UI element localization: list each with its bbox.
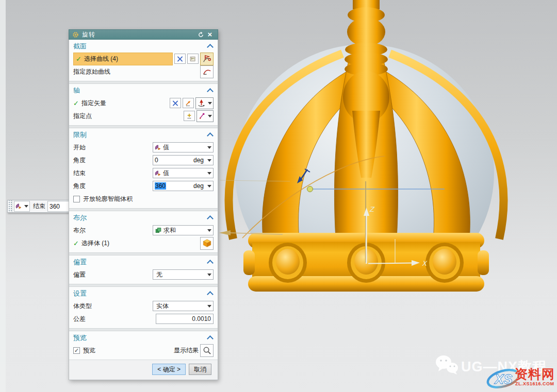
chevron-down-icon (24, 205, 28, 208)
select-body-button[interactable] (200, 237, 214, 250)
curve-rule-icon (189, 56, 196, 62)
section-dialog-button[interactable] (200, 53, 214, 65)
specify-vector-icon (197, 99, 206, 108)
unite-icon (155, 227, 162, 234)
axis-group: 轴 指定矢量 (69, 84, 218, 125)
axis-group-title: 轴 (73, 86, 80, 95)
dialog-title-bar[interactable]: 旋转 × (69, 29, 218, 40)
vector-reverse-button[interactable] (170, 98, 181, 108)
xs-logo-text: XS (494, 371, 513, 387)
vector-dialog-button[interactable] (183, 98, 194, 108)
offset-row: 偏置 无 (73, 268, 214, 281)
chevron-down-icon (207, 274, 211, 276)
specify-orig-curve-label: 指定原始曲线 (73, 67, 110, 76)
reset-icon (198, 31, 204, 38)
collapse-chevron-icon[interactable] (207, 260, 214, 266)
angle-drag-handle-ball[interactable] (307, 186, 313, 192)
tolerance-label: 公差 (73, 315, 86, 323)
chevron-down-icon (207, 172, 211, 175)
show-result-button[interactable] (200, 344, 214, 357)
end-mode-combo[interactable]: 值 (153, 168, 214, 178)
settings-group-title: 设置 (73, 289, 87, 298)
collapse-chevron-icon[interactable] (207, 215, 214, 222)
preview-group-title: 预览 (73, 333, 87, 343)
point-constructor-icon (186, 113, 193, 120)
open-profile-row: 开放轮廓智能体积 (73, 193, 214, 205)
end-row: 结束 值 (73, 167, 214, 179)
point-type-combo[interactable] (196, 110, 214, 122)
collapse-chevron-icon[interactable] (207, 291, 214, 298)
solid-body-cube-icon (202, 238, 212, 248)
orig-curve-button[interactable] (200, 65, 214, 78)
specify-point-label: 指定点 (73, 112, 92, 121)
start-angle-input[interactable]: 0 deg (153, 155, 214, 165)
logo-site-name: 资料网 (515, 366, 555, 383)
onscreen-end-label: 结束 (33, 202, 45, 211)
collapse-chevron-icon[interactable] (207, 88, 214, 95)
body-type-combo[interactable]: 实体 (153, 301, 214, 311)
preview-group-header[interactable]: 预览 (73, 332, 214, 344)
offset-mode-combo[interactable]: 无 (153, 269, 214, 280)
preview-row: 预览 显示结果 (73, 344, 214, 356)
chevron-down-icon (207, 146, 211, 149)
collapse-chevron-icon[interactable] (207, 335, 214, 342)
offset-group-title: 偏置 (73, 258, 87, 267)
end-angle-unit: deg (193, 182, 204, 190)
start-label: 开始 (73, 143, 86, 152)
boolean-group-header[interactable]: 布尔 (73, 212, 214, 224)
dialog-body: 截面 选择曲线 (4) (69, 40, 218, 380)
vector-type-combo[interactable] (195, 97, 214, 109)
value-icon (15, 203, 22, 210)
chevron-down-icon (207, 305, 211, 308)
show-result-label: 显示结果 (174, 346, 199, 355)
wechat-icon (435, 354, 460, 376)
preview-group: 预览 预览 显示结果 (69, 331, 218, 360)
end-angle-row: 角度 360 deg (73, 180, 214, 192)
specify-point-icon (198, 112, 206, 120)
collapse-chevron-icon[interactable] (207, 44, 214, 50)
end-angle-input[interactable]: 360 deg (153, 181, 214, 191)
offset-group-header[interactable]: 偏置 (73, 257, 214, 268)
logo-domain: ZL.XS1616.COM (515, 381, 554, 386)
preview-checkbox[interactable] (73, 347, 80, 354)
settings-group: 设置 体类型 实体 公差 0.0010 (69, 287, 218, 328)
reset-button[interactable] (196, 30, 205, 39)
magnifier-icon (203, 346, 211, 355)
point-dialog-button[interactable] (184, 111, 195, 121)
drag-grip-icon[interactable] (8, 200, 12, 212)
boolean-mode-value: 求和 (163, 226, 176, 235)
value-icon (155, 144, 161, 151)
chevron-down-icon (207, 229, 211, 232)
tolerance-row: 公差 0.0010 (73, 313, 214, 325)
onscreen-input-bar[interactable]: 结束 360 (7, 200, 74, 213)
specify-vector-row: 指定矢量 (73, 97, 214, 109)
tolerance-input[interactable]: 0.0010 (156, 314, 214, 324)
chevron-down-icon (208, 115, 212, 117)
limits-group-header[interactable]: 限制 (73, 129, 214, 141)
checkmark-icon (73, 240, 79, 247)
gear-icon (72, 31, 79, 38)
dialog-footer: < 确定 > 取消 (69, 360, 218, 380)
limits-group-title: 限制 (73, 130, 87, 140)
settings-group-header[interactable]: 设置 (73, 288, 214, 299)
site-logo: XS 资料网 ZL.XS1616.COM (486, 366, 557, 391)
value-mode-combo[interactable] (14, 201, 30, 212)
end-angle-value-selected: 360 (155, 182, 166, 190)
boolean-label: 布尔 (73, 226, 86, 235)
section-group-header[interactable]: 截面 (73, 41, 214, 52)
cancel-button[interactable]: 取消 (189, 364, 211, 375)
original-curve-icon (202, 67, 212, 77)
value-icon (155, 170, 161, 177)
close-button[interactable]: × (205, 30, 215, 39)
open-profile-checkbox[interactable] (73, 196, 80, 202)
select-curve-field[interactable]: 选择曲线 (4) (73, 53, 173, 65)
boolean-mode-combo[interactable]: 求和 (153, 225, 214, 235)
collapse-chevron-icon[interactable] (207, 132, 214, 139)
start-mode-combo[interactable]: 值 (153, 142, 214, 152)
ok-button[interactable]: < 确定 > (152, 364, 186, 375)
orig-curve-row: 指定原始曲线 (73, 65, 214, 78)
curve-rule-button[interactable] (187, 54, 199, 64)
reverse-direction-button[interactable] (174, 54, 186, 64)
start-angle-value: 0 (155, 157, 158, 164)
axis-group-header[interactable]: 轴 (73, 85, 214, 96)
